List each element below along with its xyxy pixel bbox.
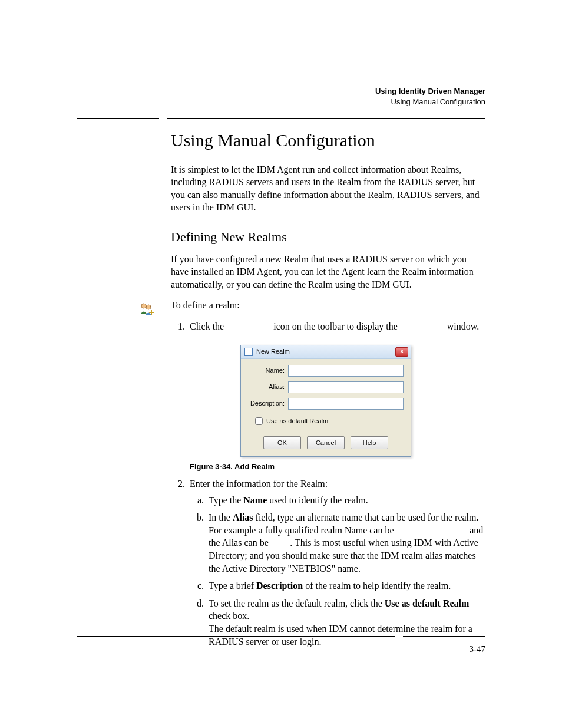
- default-realm-checkbox[interactable]: [255, 417, 263, 425]
- svg-rect-3: [151, 310, 152, 315]
- step-2: Enter the information for the Realm: Typ…: [187, 477, 485, 648]
- step-1: Click the New Realm icon on the toolbar …: [187, 320, 485, 472]
- step-2b: In the Alias field, type an alternate na…: [206, 511, 485, 575]
- default-realm-label: Use as default Realm: [266, 417, 328, 426]
- dialog-titlebar: New Realm X: [241, 345, 411, 359]
- step-2-intro: Enter the information for the Realm:: [190, 479, 328, 489]
- header-section: Using Manual Configuration: [375, 97, 485, 107]
- alias-label: Alias:: [248, 383, 285, 391]
- step-2a: Type the Name used to identify the realm…: [206, 494, 485, 507]
- svg-point-0: [141, 304, 146, 308]
- cancel-button[interactable]: Cancel: [307, 436, 345, 449]
- close-icon[interactable]: X: [395, 347, 408, 357]
- define-paragraph: If you have configured a new Realm that …: [171, 253, 485, 291]
- steps-list: Click the New Realm icon on the toolbar …: [171, 320, 485, 648]
- alias-field[interactable]: [288, 381, 404, 393]
- intro-paragraph: It is simplest to let the IDM Agent run …: [171, 163, 485, 214]
- dialog-figure: New Realm X Name: Alias:: [240, 345, 411, 457]
- subsection-title: Defining New Realms: [171, 228, 485, 246]
- bottom-rule: [77, 636, 485, 637]
- to-define-lead: To define a realm:: [171, 299, 485, 312]
- page-number: 3-47: [470, 644, 486, 654]
- top-rule: [77, 118, 485, 119]
- step-2c: Type a brief Description of the realm to…: [206, 579, 485, 592]
- new-realm-margin-icon: [139, 302, 154, 317]
- new-realm-dialog: New Realm X Name: Alias:: [240, 345, 411, 457]
- figure-caption: Figure 3-34. Add Realm: [190, 462, 485, 472]
- name-label: Name:: [248, 366, 285, 375]
- description-label: Description:: [248, 399, 285, 408]
- description-field[interactable]: [288, 398, 404, 410]
- window-icon: [244, 348, 253, 356]
- step-2d: To set the realm as the default realm, c…: [206, 597, 485, 648]
- header-chapter: Using Identity Driven Manager: [375, 86, 485, 97]
- running-header: Using Identity Driven Manager Using Manu…: [375, 86, 485, 107]
- name-field[interactable]: [288, 365, 404, 377]
- dialog-title: New Realm: [256, 347, 392, 356]
- svg-point-1: [146, 305, 151, 309]
- help-button[interactable]: Help: [351, 436, 388, 449]
- ok-button[interactable]: OK: [263, 436, 301, 449]
- page-title: Using Manual Configuration: [171, 129, 485, 153]
